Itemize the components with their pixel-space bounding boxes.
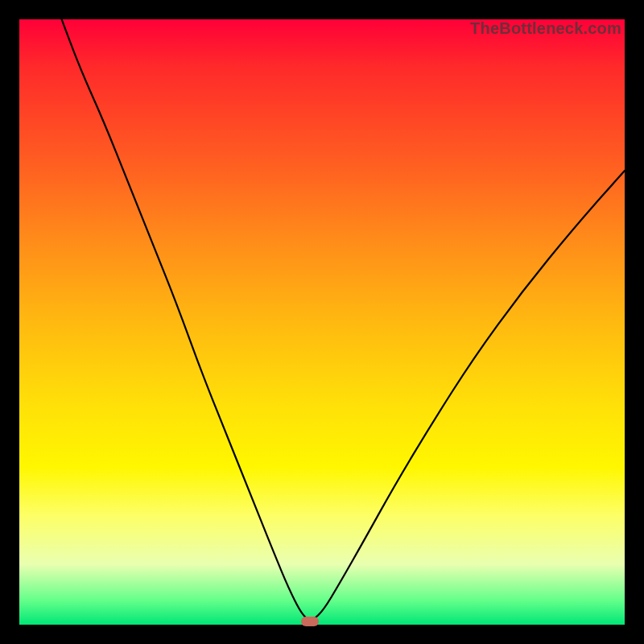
watermark-text: TheBottleneck.com	[470, 19, 621, 38]
curve-path	[62, 19, 625, 619]
chart-frame: TheBottleneck.com	[0, 0, 644, 644]
minimum-marker	[301, 617, 319, 626]
plot-area: TheBottleneck.com	[19, 19, 625, 625]
bottleneck-curve	[19, 19, 625, 625]
